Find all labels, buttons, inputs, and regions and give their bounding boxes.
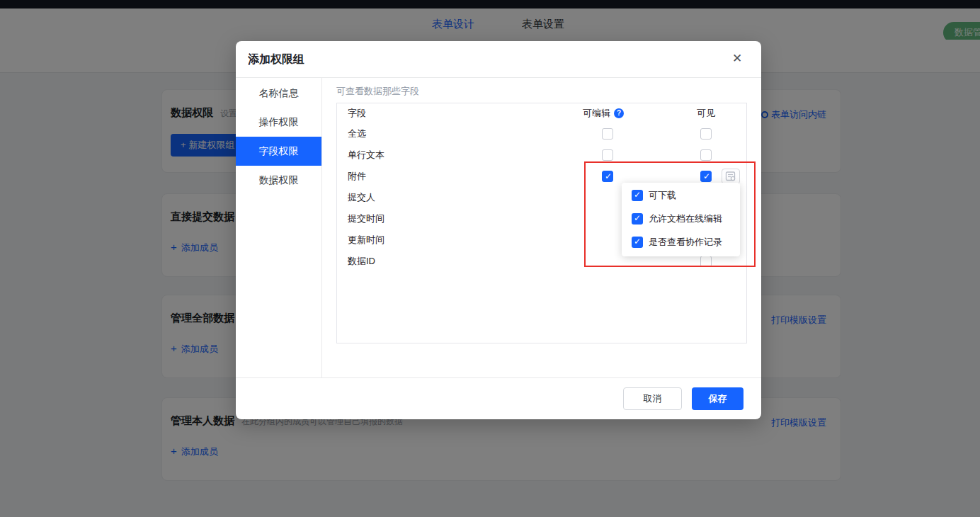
row-label: 附件 — [348, 170, 366, 183]
column-field: 字段 — [348, 107, 366, 120]
checkbox-edit[interactable] — [602, 149, 613, 161]
modal-tab-list: 名称信息 操作权限 字段权限 数据权限 — [236, 78, 322, 377]
row-label: 数据ID — [348, 255, 375, 268]
page: 表单设计 表单设置 数据管理 数据权限设置 + 新建权限组 表单访问内链 直接提… — [0, 0, 980, 517]
modal-tab-field-permission[interactable]: 字段权限 — [236, 137, 321, 166]
modal-tab-data-permission[interactable]: 数据权限 — [236, 166, 321, 195]
checkbox-visible[interactable] — [700, 128, 712, 140]
modal-tab-name-info[interactable]: 名称信息 — [236, 79, 321, 108]
help-icon[interactable]: ? — [614, 108, 624, 118]
modal-title: 添加权限组 — [248, 52, 304, 67]
close-icon[interactable]: ✕ — [730, 52, 744, 66]
annotation-box — [584, 161, 756, 267]
column-editable-label: 可编辑 — [583, 107, 610, 120]
modal-tab-operation-permission[interactable]: 操作权限 — [236, 108, 321, 137]
modal-header: 添加权限组 ✕ — [236, 41, 761, 78]
table-row: 全选 — [337, 123, 746, 144]
save-button[interactable]: 保存 — [692, 387, 743, 410]
cancel-button[interactable]: 取消 — [623, 387, 682, 410]
table-header-row: 字段 可编辑 ? 可见 — [337, 103, 746, 123]
column-editable: 可编辑 ? — [583, 107, 624, 120]
row-label: 提交人 — [348, 191, 375, 204]
row-label: 更新时间 — [348, 234, 384, 246]
column-visible: 可见 — [697, 107, 715, 120]
row-label: 提交时间 — [348, 212, 384, 225]
row-label: 单行文本 — [348, 149, 384, 161]
checkbox-visible[interactable] — [700, 149, 712, 161]
row-label: 全选 — [348, 127, 366, 140]
checkbox-edit[interactable] — [602, 128, 613, 140]
field-section-label: 可查看数据那些字段 — [336, 85, 747, 98]
modal-footer: 取消 保存 — [236, 377, 761, 419]
